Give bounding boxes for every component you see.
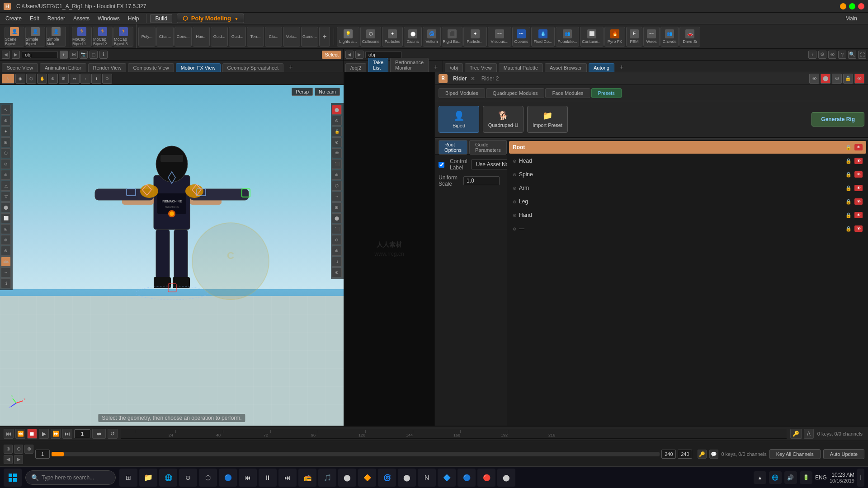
clock-area[interactable]: 10:23 AM 10/16/2019 [830, 472, 854, 483]
circle-tool-btn[interactable]: ⊙ [102, 74, 112, 84]
right-path-input[interactable]: obj [365, 51, 401, 58]
simple-male-btn[interactable]: 👤 Simple Male [46, 27, 66, 47]
nav-fwd-btn[interactable]: ▶ [12, 51, 20, 59]
ctrl-icon-eye-red[interactable]: 👁 [854, 74, 864, 84]
vp-right-tool-12[interactable]: ⬛ [332, 224, 342, 234]
taskbar-app14[interactable]: 🔷 [438, 469, 456, 487]
presets-btn[interactable]: Presets [591, 88, 622, 98]
particles-btn[interactable]: ✦ Particles [382, 27, 403, 47]
taskbar-app2[interactable]: ⬡ [199, 469, 217, 487]
viewport-canvas[interactable]: INEMACHINE ANIMATIONS [0, 85, 344, 426]
vp-tool-14[interactable]: ⊗ [1, 246, 11, 256]
mocap-biped3-btn[interactable]: 🏃 MoCap Biped 3 [113, 27, 133, 47]
right-gear-btn[interactable]: ⚙ [818, 51, 826, 59]
ctrl-icon-lock[interactable]: 🔒 [843, 74, 853, 84]
more-lock-icon[interactable]: 🔒 [845, 226, 852, 232]
cons-btn[interactable]: Cons... [175, 27, 192, 47]
vp-tool-2[interactable]: ⊕ [1, 116, 11, 126]
vp-tool-8[interactable]: △ [1, 181, 11, 191]
tl-key-frame-btn[interactable]: 🔑 [698, 450, 707, 459]
menu-assets[interactable]: Assets [70, 14, 93, 23]
close-button[interactable] [858, 3, 864, 9]
vp-cam-icon[interactable]: 📷 [80, 51, 88, 59]
node-arm[interactable]: ⊘ Arm 🔒 👁 [509, 182, 866, 194]
maximize-button[interactable] [849, 3, 855, 9]
oceans-btn[interactable]: 〜 Oceans [512, 27, 530, 47]
more-no-icon[interactable]: ⊘ [513, 226, 516, 231]
menu-edit[interactable]: Edit [26, 14, 43, 23]
vp-right-tool-11[interactable]: ⬤ [332, 213, 342, 223]
vp-tool-5[interactable]: ⬡ [1, 148, 11, 158]
biped-preset-btn[interactable]: 👤 Biped [439, 106, 479, 133]
pyrofx-btn[interactable]: 🔥 Pyro FX [604, 27, 625, 47]
tab-add-right[interactable]: + [616, 62, 627, 72]
head-lock-icon[interactable]: 🔒 [845, 158, 852, 164]
game-btn[interactable]: Game... [301, 27, 318, 47]
vp-right-tool-8[interactable]: ⬡ [332, 181, 342, 191]
vp-screen-btn[interactable]: □ [90, 51, 98, 59]
tl-icon-5[interactable]: ▶ [14, 455, 23, 464]
taskbar-app15[interactable]: 🔵 [458, 469, 476, 487]
vp-info-btn[interactable]: ℹ [99, 51, 108, 59]
right-eye-btn[interactable]: 👁 [828, 51, 836, 59]
right-help-btn[interactable]: ? [838, 51, 846, 59]
menu-windows[interactable]: Windows [94, 14, 123, 23]
node-hand[interactable]: ⊘ Hand 🔒 👁 [509, 209, 866, 221]
face-modules-btn[interactable]: Face Modules [545, 88, 590, 98]
vp-right-tool-4[interactable]: ⊗ [332, 137, 342, 147]
lasso-tool-btn[interactable]: ◉ [15, 74, 25, 84]
hand-lock-icon[interactable]: 🔒 [845, 212, 852, 218]
workspace-button[interactable]: ⬡ Poly Modeling ▼ [177, 14, 244, 23]
contain-btn[interactable]: ⬜ Containe... [580, 27, 604, 47]
tl-rewind-btn[interactable]: ⏮ [4, 429, 14, 439]
search-bar[interactable]: 🔍 Type here to search... [25, 470, 116, 485]
node-more[interactable]: ⊘ — 🔒 👁 [509, 222, 866, 235]
vp-tool-1[interactable]: ↖ [1, 105, 11, 115]
tl-fwd-btn[interactable]: ⏭ [62, 429, 72, 439]
more-tools-btn[interactable]: + [319, 27, 330, 47]
tab-add-left[interactable]: + [285, 62, 296, 72]
ctrl-icon-expand[interactable]: ⬤ [821, 74, 830, 84]
taskbar-explorer[interactable]: 📁 [139, 469, 157, 487]
tray-network[interactable]: 🌐 [769, 471, 782, 484]
vp-right-tool-7[interactable]: ⊕ [332, 170, 342, 180]
collisions-btn[interactable]: ⬡ Collisions [360, 27, 381, 47]
scene-biped-btn[interactable]: 👤 Scene Biped [5, 27, 24, 47]
vp-grid-btn[interactable]: ⊞ [70, 51, 78, 59]
tl-msg-btn[interactable]: 💬 [709, 450, 718, 459]
vp-tool-4[interactable]: ⊞ [1, 137, 11, 147]
vp-right-tool-10[interactable]: ⊞ [332, 202, 342, 212]
drivesi-btn[interactable]: 🚗 Drive Si [679, 27, 700, 47]
vp-right-tool-9[interactable]: ↔ [332, 192, 342, 202]
vp-right-tool-13[interactable]: ⊙ [332, 235, 342, 245]
fluid-btn[interactable]: 💧 Fluid Co... [531, 27, 555, 47]
mocap-biped2-btn[interactable]: 🏃 MoCap Biped 2 [93, 27, 113, 47]
taskbar-app12[interactable]: ⬤ [398, 469, 416, 487]
tl-stop-btn[interactable]: ⏹ [27, 429, 37, 439]
head-no-icon[interactable]: ⊘ [513, 159, 516, 164]
node-spine[interactable]: ⊘ Spine 🔒 👁 [509, 168, 866, 181]
frame-end2-input[interactable]: 240 [678, 450, 692, 459]
hand-eye-btn[interactable]: 👁 [854, 212, 863, 218]
guid2-btn[interactable]: Guid... [229, 27, 246, 47]
root-options-btn[interactable]: Root Options [439, 140, 467, 155]
lights-all-btn[interactable]: 💡 Lights a... [337, 27, 359, 47]
simple-biped-btn[interactable]: 👤 Simple Biped [25, 27, 45, 47]
tray-battery[interactable]: 🔋 [800, 471, 812, 484]
lang-label[interactable]: ENG [815, 474, 827, 481]
vp-right-tool-5[interactable]: 👁 [332, 148, 342, 158]
select-btn[interactable]: Select [322, 51, 341, 59]
spine-eye-btn[interactable]: 👁 [854, 171, 863, 178]
poly-btn[interactable]: Poly... [138, 27, 156, 47]
head-eye-btn[interactable]: 👁 [854, 158, 863, 164]
tab-obj2[interactable]: /obj2 [345, 63, 366, 72]
tab-obj[interactable]: /obj [445, 63, 463, 72]
node-leg[interactable]: ⊘ Leg 🔒 👁 [509, 195, 866, 208]
right-search-btn[interactable]: 🔍 [848, 51, 856, 59]
tab-tree-view[interactable]: Tree View [465, 63, 497, 72]
taskbar-app7[interactable]: 📻 [298, 469, 316, 487]
node-head[interactable]: ⊘ Head 🔒 👁 [509, 155, 866, 167]
start-button[interactable] [4, 469, 22, 487]
tab-geo-spreadsheet[interactable]: Geometry Spreadsheet [222, 63, 284, 72]
tl-prev-btn[interactable]: ⏪ [15, 429, 25, 439]
